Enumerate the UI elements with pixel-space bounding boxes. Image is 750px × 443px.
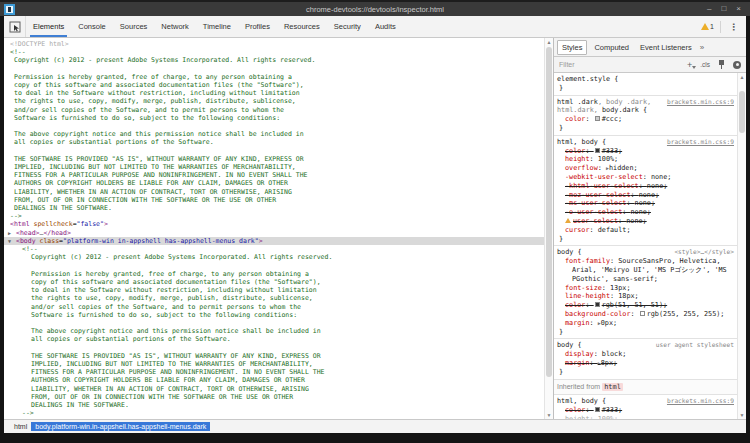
comment-text-line[interactable]: THE SOFTWARE IS PROVIDED "AS IS", WITHOU… (4, 155, 544, 163)
css-property[interactable]: user-select: none; (557, 217, 734, 226)
tab-sources[interactable]: Sources (113, 16, 155, 37)
css-property[interactable]: color: #333; (557, 406, 734, 415)
comment-close-line[interactable]: --> (4, 409, 544, 417)
comment-text-line[interactable]: FITNESS FOR A PARTICULAR PURPOSE AND NON… (4, 368, 544, 376)
tab-network[interactable]: Network (154, 16, 196, 37)
color-swatch[interactable] (595, 407, 600, 412)
css-property[interactable]: -o-user-select: none; (557, 208, 734, 217)
comment-text-line[interactable] (4, 147, 544, 155)
body-node[interactable]: ▼<body class="platform-win in-appshell h… (4, 237, 544, 245)
comment-text-line[interactable]: to deal in the Software without restrict… (4, 89, 544, 97)
comment-close-line[interactable]: --> (4, 212, 544, 220)
tab-timeline[interactable]: Timeline (196, 16, 238, 37)
comment-text-line[interactable]: Software is furnished to do so, subject … (4, 114, 544, 122)
breadcrumb-item[interactable]: body.platform-win.in-appshell.has-appshe… (31, 422, 210, 431)
css-property[interactable]: font-family: SourceSansPro, Helvetica, A… (557, 257, 734, 283)
warning-badge[interactable]: 1 (701, 23, 714, 30)
comment-text-line[interactable] (4, 122, 544, 130)
color-swatch[interactable] (595, 302, 600, 307)
comment-text-line[interactable]: the rights to use, copy, modify, merge, … (4, 294, 544, 302)
css-property[interactable]: height: 100%; (557, 415, 734, 419)
tab-profiles[interactable]: Profiles (238, 16, 277, 37)
comment-text-line[interactable]: Copyright (c) 2012 - present Adobe Syste… (4, 253, 544, 261)
tab-elements[interactable]: Elements (26, 16, 71, 37)
color-swatch[interactable] (640, 311, 645, 316)
comment-text-line[interactable]: DEALINGS IN THE SOFTWARE. (4, 401, 544, 409)
css-property[interactable]: margin: ▶0px; (557, 319, 734, 328)
comment-text-line[interactable]: DEALINGS IN THE SOFTWARE. (4, 204, 544, 212)
new-style-rule-icon[interactable]: + (687, 61, 692, 69)
comment-text-line[interactable]: FROM, OUT OF OR IN CONNECTION WITH THE S… (4, 393, 544, 401)
comment-text-line[interactable] (4, 65, 544, 73)
comment-text-line[interactable]: Permission is hereby granted, free of ch… (4, 270, 544, 278)
expander-closed-icon[interactable]: ▶ (8, 229, 11, 237)
toggle-element-state-icon[interactable] (718, 60, 725, 69)
css-property[interactable]: color: #ccc; (557, 115, 734, 124)
comment-text-line[interactable]: IMPLIED, INCLUDING BUT NOT LIMITED TO TH… (4, 163, 544, 171)
css-property[interactable]: height: 100%; (557, 155, 734, 164)
doctype-line[interactable]: <!DOCTYPE html> (4, 40, 544, 48)
scroll-up-icon[interactable]: ▲ (738, 74, 746, 80)
comment-open-line[interactable]: <!-- (4, 245, 544, 253)
tab-audits[interactable]: Audits (368, 16, 403, 37)
styles-scrollbar[interactable]: ▲ ▼ (737, 73, 746, 419)
comment-text-line[interactable]: Permission is hereby granted, free of ch… (4, 73, 544, 81)
styles-filter-input[interactable] (559, 61, 629, 68)
css-property[interactable]: color: #333; (557, 147, 734, 156)
sidebar-tab-styles[interactable]: Styles (557, 40, 587, 55)
element-classes-icon[interactable]: .cls (700, 61, 710, 68)
css-property[interactable]: cursor: default; (557, 226, 734, 235)
comment-text-line[interactable]: The above copyright notice and this perm… (4, 327, 544, 335)
comment-text-line[interactable]: LIABILITY, WHETHER IN AN ACTION OF CONTR… (4, 188, 544, 196)
more-tabs-icon[interactable]: » (700, 43, 704, 52)
stylesheet-link[interactable]: <style>…</style> (674, 248, 734, 257)
scrollbar-thumb[interactable] (546, 47, 552, 377)
css-property[interactable]: -moz-user-select: none; (557, 191, 734, 200)
comment-text-line[interactable] (4, 319, 544, 327)
scroll-down-icon[interactable]: ▼ (738, 412, 746, 418)
inspect-element-icon[interactable] (4, 16, 26, 37)
css-property[interactable]: font-size: 13px; (557, 284, 734, 293)
color-swatch[interactable] (595, 148, 600, 153)
stylesheet-link[interactable]: brackets.min.css:9 (667, 98, 734, 107)
menu-kebab-icon[interactable]: ⋮ (727, 22, 740, 32)
comment-text-line[interactable]: The above copyright notice and this perm… (4, 130, 544, 138)
css-property[interactable]: color: rgb(51, 51, 51); (557, 301, 734, 310)
css-property[interactable]: -webkit-user-select: none; (557, 173, 734, 182)
comment-text-line[interactable]: to deal in the Software without restrict… (4, 286, 544, 294)
comment-open-line[interactable]: <!-- (4, 48, 544, 56)
rule-selector[interactable]: element.style { (557, 75, 734, 84)
comment-text-line[interactable]: Copyright (c) 2012 - present Adobe Syste… (4, 56, 544, 64)
maximize-button[interactable]: □ (721, 3, 726, 15)
css-property[interactable]: background-color: rgb(255, 255, 255); (557, 310, 734, 319)
computed-style-eye-icon[interactable] (733, 61, 741, 69)
expander-open-icon[interactable]: ▼ (8, 237, 11, 245)
scrollbar-thumb[interactable] (739, 91, 745, 133)
html-open-tag[interactable]: <html spellcheck="false"> (4, 220, 544, 228)
comment-text-line[interactable] (4, 344, 544, 352)
comment-text-line[interactable]: all copies or substantial portions of th… (4, 335, 544, 343)
css-property[interactable]: -ms-user-select: none; (557, 199, 734, 208)
inherited-node-link[interactable]: html (602, 383, 623, 391)
comment-text-line[interactable] (4, 261, 544, 269)
minimize-button[interactable]: – (707, 3, 711, 15)
sidebar-tab-event-listeners[interactable]: Event Listeners (636, 41, 696, 54)
rule-selector[interactable]: html.dark, body.dark { (557, 106, 734, 115)
comment-text-line[interactable]: FITNESS FOR A PARTICULAR PURPOSE AND NON… (4, 171, 544, 179)
elements-scrollbar[interactable]: ▲ ▼ (544, 38, 553, 419)
comment-text-line[interactable]: LIABILITY, WHETHER IN AN ACTION OF CONTR… (4, 385, 544, 393)
comment-text-line[interactable]: THE SOFTWARE IS PROVIDED "AS IS", WITHOU… (4, 352, 544, 360)
tab-console[interactable]: Console (71, 16, 113, 37)
css-property[interactable]: display: block; (557, 350, 734, 359)
comment-text-line[interactable]: all copies or substantial portions of th… (4, 138, 544, 146)
css-property[interactable]: line-height: 18px; (557, 292, 734, 301)
stylesheet-link[interactable]: brackets.min.css:9 (667, 138, 734, 147)
comment-text-line[interactable]: AUTHORS OR COPYRIGHT HOLDERS BE LIABLE F… (4, 376, 544, 384)
comment-text-line[interactable]: AUTHORS OR COPYRIGHT HOLDERS BE LIABLE F… (4, 179, 544, 187)
stylesheet-link[interactable]: user agent stylesheet (656, 341, 734, 350)
breadcrumb-item[interactable]: html (10, 422, 31, 431)
sidebar-tab-computed[interactable]: Computed (590, 41, 633, 54)
comment-text-line[interactable]: copy of this software and associated doc… (4, 278, 544, 286)
tab-security[interactable]: Security (327, 16, 368, 37)
css-property[interactable]: overflow: ▶hidden; (557, 164, 734, 173)
